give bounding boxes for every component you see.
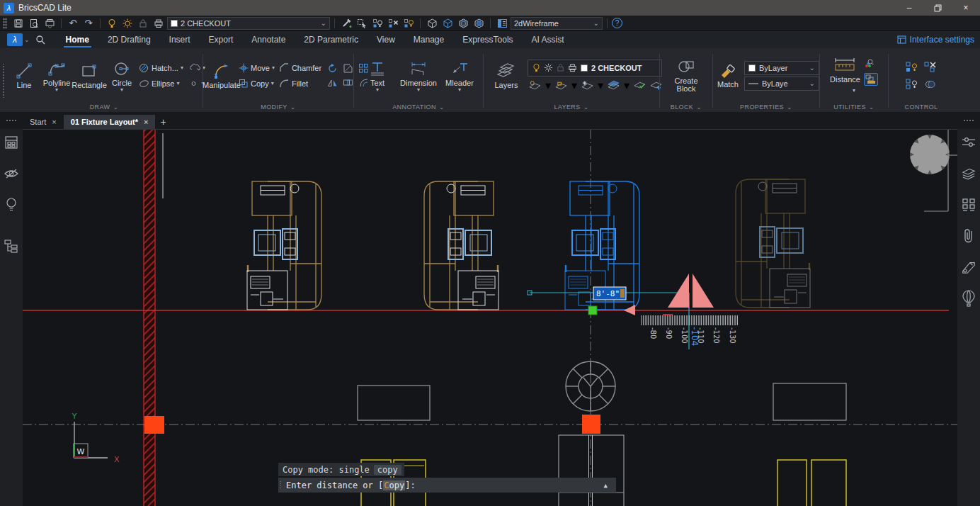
column-marker-center[interactable] <box>582 415 600 434</box>
tab-2d-drafting[interactable]: 2D Drafting <box>98 31 160 48</box>
layers-button[interactable]: Layers <box>491 61 522 90</box>
layer-plot-toggle[interactable] <box>152 17 166 30</box>
lock-icon[interactable] <box>557 63 564 72</box>
column-marker-left[interactable] <box>144 416 164 434</box>
ribbon-grip[interactable] <box>0 64 6 98</box>
command-grip[interactable] <box>280 480 283 490</box>
panel-label-annotation[interactable]: ANNOTATION⌄ <box>354 101 483 112</box>
print-preview-button[interactable] <box>27 17 41 30</box>
dropdown-arrow-icon[interactable]: ▾ <box>853 87 855 94</box>
marker-triangle-small[interactable] <box>624 305 635 315</box>
panel-label-utilities[interactable]: UTILITIES⌄ <box>820 101 888 112</box>
tab-fixture-layout[interactable]: 01 Fixture Layout* × <box>64 115 156 129</box>
tab-view[interactable]: View <box>368 31 404 48</box>
fixture-block-2[interactable] <box>424 181 498 310</box>
move-button[interactable]: Move <box>251 64 270 72</box>
right-panel-grip[interactable] <box>957 112 980 129</box>
dropdown-arrow-icon[interactable]: ▾ <box>271 80 274 86</box>
linetype-dropdown[interactable]: ByLaye ⌄ <box>744 77 819 91</box>
fillet-button[interactable]: Fillet <box>292 79 308 88</box>
tab-expresstools[interactable]: ExpressTools <box>453 31 522 48</box>
sheets-panel-button[interactable] <box>961 259 976 275</box>
show-entities-button[interactable] <box>401 17 416 30</box>
hatch-button[interactable]: Hatch... <box>152 64 178 72</box>
dropdown-arrow-icon[interactable]: ▾ <box>272 64 275 71</box>
visual-style-dropdown[interactable]: 2dWireframe ⌄ <box>511 17 603 30</box>
properties-panel-button[interactable] <box>4 135 19 150</box>
dimension-button[interactable]: Dimension ▾ <box>399 59 438 93</box>
save-button[interactable] <box>11 17 25 30</box>
dropdown-arrow-icon[interactable]: ▾ <box>181 64 183 71</box>
ellipse-button[interactable]: Ellipse <box>152 79 174 88</box>
layer-match-icon[interactable] <box>634 80 646 90</box>
ribbon-search-button[interactable] <box>35 35 45 45</box>
layer-color-swatch[interactable] <box>581 64 588 72</box>
layer-lock-icon[interactable] <box>555 80 567 90</box>
sun-icon[interactable] <box>544 63 553 72</box>
help-button[interactable]: ? <box>612 18 622 28</box>
publish-button[interactable] <box>42 17 57 30</box>
layer-freeze-icon[interactable] <box>581 80 593 90</box>
color-dropdown[interactable]: ByLayer ⌄ <box>744 61 819 75</box>
layer-lock-toggle[interactable] <box>136 17 150 30</box>
panel-label-layers[interactable]: LAYERS⌄ <box>484 101 659 112</box>
settings-panel-button[interactable] <box>961 135 976 150</box>
layers-panel-button[interactable] <box>961 166 976 181</box>
layer-state-box[interactable]: 2 CHECKOUT <box>528 60 662 77</box>
point-icon[interactable] <box>188 79 199 89</box>
dropdown-arrow-icon[interactable]: ▾ <box>624 79 629 92</box>
tab-manage[interactable]: Manage <box>404 31 453 48</box>
mirror-icon[interactable] <box>327 77 338 88</box>
text-button[interactable]: Text ▾ <box>362 59 393 93</box>
marker-triangle-left[interactable] <box>668 274 689 308</box>
manipulate-button[interactable]: Manipulate <box>206 61 237 90</box>
view-isometric-button[interactable] <box>425 17 439 30</box>
layer-on-toggle[interactable] <box>105 17 119 30</box>
current-layer-dropdown[interactable]: 2 CHECKOUT ⌄ <box>167 17 330 30</box>
dropdown-arrow-icon[interactable]: ▾ <box>458 88 461 92</box>
view-orbit-button[interactable] <box>440 17 455 30</box>
attachments-panel-button[interactable] <box>961 228 976 244</box>
lightbulb-icon[interactable] <box>532 63 540 72</box>
eyedropper-button[interactable] <box>339 17 353 30</box>
structure-panel-button[interactable] <box>4 238 19 254</box>
dropdown-arrow-icon[interactable]: ▾ <box>571 79 577 92</box>
circle-button[interactable]: Circle ▾ <box>106 59 137 93</box>
fixture-block-1[interactable] <box>247 181 321 310</box>
blocks-panel-button[interactable] <box>961 197 976 213</box>
close-icon[interactable]: × <box>144 118 148 126</box>
distance-button[interactable]: Distance <box>830 75 860 84</box>
wipeout-icon[interactable] <box>343 63 353 74</box>
panel-label-modify[interactable]: MODIFY⌄ <box>203 101 353 112</box>
hot-air-balloon-icon[interactable] <box>961 291 976 306</box>
tab-2d-parametric[interactable]: 2D Parametric <box>295 31 368 48</box>
hide-panel-button[interactable] <box>4 166 19 181</box>
printer-icon[interactable] <box>568 63 577 72</box>
left-panel-grip[interactable] <box>0 112 23 129</box>
tab-insert[interactable]: Insert <box>160 31 200 48</box>
rectangle-button[interactable]: Rectangle <box>74 61 105 90</box>
layer-states-icon[interactable] <box>608 80 620 90</box>
dropdown-arrow-icon[interactable]: ▾ <box>598 79 603 92</box>
tips-panel-button[interactable] <box>4 197 19 213</box>
drawing-canvas[interactable]: .fx-tan { --fm:#a8874f; --fp:#8fb3d6; --… <box>23 129 957 506</box>
tab-ai-assist[interactable]: AI Assist <box>523 31 574 48</box>
stretch-icon[interactable] <box>343 77 353 88</box>
round-column[interactable] <box>910 135 950 174</box>
line-button[interactable]: Line <box>8 61 40 90</box>
close-button[interactable]: × <box>952 0 980 16</box>
render-mode-button[interactable] <box>456 17 470 30</box>
revision-cloud-icon[interactable] <box>190 63 200 73</box>
panel-label-properties[interactable]: PROPERTIES⌄ <box>713 101 819 112</box>
dropdown-arrow-icon[interactable]: ▾ <box>417 88 420 92</box>
application-menu-button[interactable]: λ <box>7 33 23 46</box>
rosette-column[interactable] <box>566 361 615 411</box>
dimension-input[interactable]: 8'-8" <box>593 287 626 300</box>
minimize-button[interactable]: – <box>895 0 923 16</box>
hide-entities-button[interactable] <box>386 17 400 30</box>
match-properties-button[interactable]: Match <box>716 62 740 89</box>
dropdown-arrow-icon[interactable]: ▾ <box>120 88 123 92</box>
dropdown-arrow-icon[interactable]: ▾ <box>176 80 179 86</box>
copy-button[interactable]: Copy <box>251 79 269 88</box>
polyline-button[interactable]: Polyline ▾ <box>41 59 72 93</box>
